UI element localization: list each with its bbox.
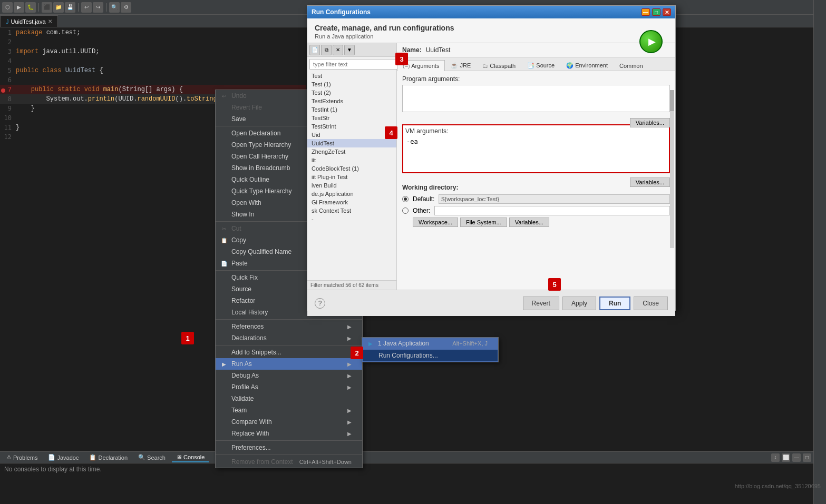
run-btn[interactable]: Run	[599, 297, 630, 310]
dialog-titlebar: Run Configurations — □ ✕	[307, 6, 675, 18]
config-item-gi-framework[interactable]: Gi Framework	[307, 198, 396, 206]
dialog-close-btn[interactable]: ✕	[663, 8, 671, 16]
config-item-testint1[interactable]: TestInt (1)	[307, 105, 396, 114]
config-item-iven-build[interactable]: iven Build	[307, 181, 396, 190]
ctx-add-snippets[interactable]: Add to Snippets...	[216, 347, 362, 358]
config-item-testextends[interactable]: TestExtends	[307, 97, 396, 105]
tab-jre[interactable]: ☕ JRE	[445, 60, 477, 71]
config-item-codeblock[interactable]: CodeBlockTest (1)	[307, 164, 396, 173]
ctx-remove-context[interactable]: Remove from Context Ctrl+Alt+Shift+Down	[216, 456, 362, 468]
tab-search[interactable]: 🔍 Search	[134, 453, 170, 462]
url-watermark: http://blog.csdn.net/qq_35120695	[735, 483, 821, 489]
tab-problems[interactable]: ⚠ Problems	[2, 453, 42, 462]
declaration-icon: 📋	[89, 454, 96, 461]
config-delete-btn[interactable]: ✕	[333, 45, 343, 55]
toolbar-icon-10[interactable]: ⚙	[121, 2, 131, 13]
config-item-sk-context[interactable]: sk Context Test	[307, 206, 396, 215]
vm-variables-btn[interactable]: Variables...	[630, 177, 670, 187]
toolbar-icon-1[interactable]: ⬡	[2, 2, 13, 13]
ctx-replace[interactable]: Replace With ▶	[216, 428, 362, 439]
config-duplicate-btn[interactable]: ⧉	[321, 45, 332, 55]
console-minimize[interactable]: —	[792, 453, 801, 462]
ctx-references[interactable]: References ▶	[216, 321, 362, 332]
tab-source[interactable]: 📑 Source	[521, 60, 560, 71]
dialog-maximize-btn[interactable]: □	[652, 8, 660, 16]
dialog-minimize-btn[interactable]: —	[642, 8, 650, 16]
config-item-iit[interactable]: iit	[307, 156, 396, 164]
other-dir-row: Other:	[402, 206, 670, 215]
ctx-profile-as[interactable]: Profile As ▶	[216, 381, 362, 393]
team-arrow: ▶	[347, 408, 352, 413]
filesystem-btn[interactable]: File System...	[460, 218, 507, 227]
ctx-sep-6	[216, 440, 362, 441]
config-item-teststr[interactable]: TestStr	[307, 114, 396, 122]
run-circle-button[interactable]	[639, 30, 663, 53]
config-item-dejs[interactable]: de.js Application	[307, 190, 396, 198]
config-filter-btn[interactable]: ▼	[344, 45, 355, 55]
source-tab-icon: 📑	[527, 62, 535, 68]
revert-btn[interactable]: Revert	[523, 297, 559, 310]
default-path-input[interactable]	[439, 194, 670, 204]
toolbar-icon-4[interactable]: ⬛	[42, 2, 52, 13]
config-item-zhengzetest[interactable]: ZhengZeTest	[307, 147, 396, 156]
program-args-label: Program arguments:	[402, 75, 670, 83]
config-filter-input[interactable]	[309, 59, 399, 70]
tab-javadoc[interactable]: 📄 Javadoc	[44, 453, 83, 462]
ctx-compare[interactable]: Compare With ▶	[216, 416, 362, 428]
toolbar-icon-3[interactable]: 🐛	[25, 2, 36, 13]
remove-context-shortcut: Ctrl+Alt+Shift+Down	[299, 459, 352, 465]
variables-btn2[interactable]: Variables...	[509, 218, 549, 227]
tab-common[interactable]: Common	[614, 60, 649, 71]
toolbar-icon-9[interactable]: 🔍	[109, 2, 120, 13]
config-item-test[interactable]: Test	[307, 72, 396, 80]
console-maximize[interactable]: □	[803, 453, 811, 462]
tab-classpath[interactable]: 🗂 Classpath	[477, 60, 521, 71]
ctx-debug-as[interactable]: Debug As ▶	[216, 370, 362, 381]
other-radio-btn[interactable]	[402, 207, 409, 214]
close-dialog-btn[interactable]: Close	[634, 297, 668, 310]
tab-close-icon[interactable]: ✕	[48, 18, 52, 24]
program-args-variables-btn[interactable]: Variables...	[630, 118, 670, 127]
submenu-run-configurations[interactable]: Run Configurations...	[362, 349, 498, 362]
default-radio-label: Default:	[413, 195, 434, 203]
submenu-java-app[interactable]: ▶ 1 Java Application Alt+Shift+X, J	[362, 338, 498, 349]
dialog-help-btn[interactable]: ?	[315, 298, 325, 309]
tab-declaration[interactable]: 📋 Declaration	[85, 453, 132, 462]
tab-declaration-label: Declaration	[98, 454, 128, 461]
program-args-textarea[interactable]	[402, 85, 670, 112]
tab-content-arguments: Program arguments: Variables... VM argum…	[397, 71, 675, 290]
code-line-5: 5 public class UuidTest {	[0, 66, 306, 75]
workspace-btn[interactable]: Workspace...	[413, 218, 458, 227]
apply-btn[interactable]: Apply	[562, 297, 596, 310]
ctx-team[interactable]: Team ▶	[216, 404, 362, 416]
toolbar-icon-5[interactable]: 📁	[53, 2, 64, 13]
toolbar-icon-6[interactable]: 💾	[65, 2, 75, 13]
config-item-iit-plugin[interactable]: iit Plug-in Test	[307, 173, 396, 181]
dialog-scrollbar[interactable]	[670, 90, 674, 248]
editor-tab-uuidtest[interactable]: J UuidTest.java ✕	[0, 15, 58, 27]
toolbar-icon-7[interactable]: ↩	[81, 2, 92, 13]
tab-console[interactable]: 🖥 Console	[172, 453, 209, 462]
ctx-run-as[interactable]: ▶ Run As ▶	[216, 358, 362, 370]
default-radio-btn[interactable]	[402, 196, 409, 202]
ctx-validate[interactable]: Validate	[216, 393, 362, 404]
config-item-test2[interactable]: Test (2)	[307, 88, 396, 97]
ctx-preferences[interactable]: Preferences...	[216, 442, 362, 453]
vm-args-textarea[interactable]: -ea	[405, 137, 667, 169]
toolbar-sep-2	[78, 3, 79, 12]
tab-environment[interactable]: 🌍 Environment	[560, 60, 614, 71]
config-item-uid[interactable]: Uid	[307, 131, 396, 139]
other-path-input[interactable]	[434, 206, 670, 215]
console-action-2[interactable]: ⬜	[782, 453, 790, 462]
toolbar-icon-2[interactable]: ▶	[14, 2, 24, 13]
config-item-uuidtest[interactable]: UuidTest	[307, 139, 396, 147]
config-item-dash[interactable]: -	[307, 215, 396, 223]
profile-as-arrow: ▶	[347, 384, 352, 390]
config-new-btn[interactable]: 📄	[309, 45, 320, 55]
step-badge-3: 3	[395, 53, 408, 65]
toolbar-icon-8[interactable]: ↪	[93, 2, 103, 13]
config-item-test1[interactable]: Test (1)	[307, 80, 396, 88]
console-action-1[interactable]: ↕	[771, 453, 780, 462]
ctx-declarations[interactable]: Declarations ▶	[216, 332, 362, 344]
config-item-teststrint[interactable]: TestStrInt	[307, 122, 396, 131]
